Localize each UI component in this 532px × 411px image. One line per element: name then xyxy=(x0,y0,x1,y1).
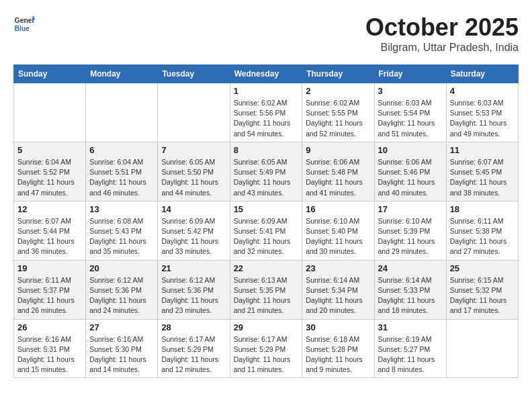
calendar-cell: 22Sunrise: 6:13 AMSunset: 5:35 PMDayligh… xyxy=(230,260,302,319)
calendar-cell: 16Sunrise: 6:10 AMSunset: 5:40 PMDayligh… xyxy=(302,201,374,260)
day-info: Sunrise: 6:17 AMSunset: 5:29 PMDaylight:… xyxy=(234,334,299,375)
calendar-cell: 28Sunrise: 6:17 AMSunset: 5:29 PMDayligh… xyxy=(158,319,230,378)
calendar-cell xyxy=(14,83,86,142)
day-info: Sunrise: 6:17 AMSunset: 5:29 PMDaylight:… xyxy=(161,334,226,375)
day-number: 8 xyxy=(234,145,299,155)
day-info: Sunrise: 6:10 AMSunset: 5:39 PMDaylight:… xyxy=(378,216,443,257)
weekday-header-wednesday: Wednesday xyxy=(230,65,302,83)
calendar-cell xyxy=(86,83,158,142)
weekday-header-sunday: Sunday xyxy=(14,65,86,83)
day-number: 22 xyxy=(234,263,299,273)
weekday-header-friday: Friday xyxy=(374,65,446,83)
day-number: 19 xyxy=(17,263,82,273)
calendar-cell: 10Sunrise: 6:06 AMSunset: 5:46 PMDayligh… xyxy=(374,142,446,201)
day-info: Sunrise: 6:02 AMSunset: 5:56 PMDaylight:… xyxy=(234,98,299,139)
day-number: 16 xyxy=(306,204,370,214)
day-number: 13 xyxy=(89,204,154,214)
day-number: 15 xyxy=(234,204,299,214)
calendar-cell: 29Sunrise: 6:17 AMSunset: 5:29 PMDayligh… xyxy=(230,319,302,378)
page-header: General Blue October 2025 Bilgram, Uttar… xyxy=(13,13,519,54)
calendar-table: SundayMondayTuesdayWednesdayThursdayFrid… xyxy=(13,64,519,378)
calendar-cell: 17Sunrise: 6:10 AMSunset: 5:39 PMDayligh… xyxy=(374,201,446,260)
calendar-cell: 8Sunrise: 6:05 AMSunset: 5:49 PMDaylight… xyxy=(230,142,302,201)
calendar-cell: 30Sunrise: 6:18 AMSunset: 5:28 PMDayligh… xyxy=(302,319,374,378)
calendar-cell: 24Sunrise: 6:14 AMSunset: 5:33 PMDayligh… xyxy=(374,260,446,319)
week-row-2: 5Sunrise: 6:04 AMSunset: 5:52 PMDaylight… xyxy=(14,142,519,201)
weekday-header-tuesday: Tuesday xyxy=(158,65,230,83)
day-number: 18 xyxy=(450,204,515,214)
logo-icon: General Blue xyxy=(13,13,35,35)
day-info: Sunrise: 6:07 AMSunset: 5:44 PMDaylight:… xyxy=(17,216,82,257)
calendar-cell xyxy=(446,319,518,378)
calendar-cell: 26Sunrise: 6:16 AMSunset: 5:31 PMDayligh… xyxy=(14,319,86,378)
day-info: Sunrise: 6:14 AMSunset: 5:34 PMDaylight:… xyxy=(306,275,370,316)
day-number: 17 xyxy=(378,204,443,214)
calendar-cell: 18Sunrise: 6:11 AMSunset: 5:38 PMDayligh… xyxy=(446,201,518,260)
day-info: Sunrise: 6:13 AMSunset: 5:35 PMDaylight:… xyxy=(234,275,299,316)
day-info: Sunrise: 6:19 AMSunset: 5:27 PMDaylight:… xyxy=(378,334,443,375)
day-info: Sunrise: 6:03 AMSunset: 5:54 PMDaylight:… xyxy=(378,98,443,139)
day-number: 7 xyxy=(161,145,226,155)
day-info: Sunrise: 6:02 AMSunset: 5:55 PMDaylight:… xyxy=(306,98,370,139)
day-info: Sunrise: 6:12 AMSunset: 5:36 PMDaylight:… xyxy=(161,275,226,316)
day-info: Sunrise: 6:07 AMSunset: 5:45 PMDaylight:… xyxy=(450,157,515,198)
weekday-header-saturday: Saturday xyxy=(446,65,518,83)
day-info: Sunrise: 6:10 AMSunset: 5:40 PMDaylight:… xyxy=(306,216,370,257)
day-info: Sunrise: 6:09 AMSunset: 5:42 PMDaylight:… xyxy=(161,216,226,257)
calendar-cell: 21Sunrise: 6:12 AMSunset: 5:36 PMDayligh… xyxy=(158,260,230,319)
calendar-cell: 31Sunrise: 6:19 AMSunset: 5:27 PMDayligh… xyxy=(374,319,446,378)
day-info: Sunrise: 6:11 AMSunset: 5:38 PMDaylight:… xyxy=(450,216,515,257)
day-number: 1 xyxy=(234,86,299,96)
calendar-cell: 5Sunrise: 6:04 AMSunset: 5:52 PMDaylight… xyxy=(14,142,86,201)
week-row-5: 26Sunrise: 6:16 AMSunset: 5:31 PMDayligh… xyxy=(14,319,519,378)
day-info: Sunrise: 6:09 AMSunset: 5:41 PMDaylight:… xyxy=(234,216,299,257)
week-row-4: 19Sunrise: 6:11 AMSunset: 5:37 PMDayligh… xyxy=(14,260,519,319)
day-info: Sunrise: 6:06 AMSunset: 5:46 PMDaylight:… xyxy=(378,157,443,198)
day-number: 21 xyxy=(161,263,226,273)
calendar-cell: 11Sunrise: 6:07 AMSunset: 5:45 PMDayligh… xyxy=(446,142,518,201)
day-number: 4 xyxy=(450,86,515,96)
calendar-cell: 19Sunrise: 6:11 AMSunset: 5:37 PMDayligh… xyxy=(14,260,86,319)
svg-text:General: General xyxy=(15,17,35,24)
day-number: 3 xyxy=(378,86,443,96)
calendar-cell: 20Sunrise: 6:12 AMSunset: 5:36 PMDayligh… xyxy=(86,260,158,319)
calendar-cell: 1Sunrise: 6:02 AMSunset: 5:56 PMDaylight… xyxy=(230,83,302,142)
week-row-1: 1Sunrise: 6:02 AMSunset: 5:56 PMDaylight… xyxy=(14,83,519,142)
calendar-cell: 7Sunrise: 6:05 AMSunset: 5:50 PMDaylight… xyxy=(158,142,230,201)
calendar-cell: 27Sunrise: 6:16 AMSunset: 5:30 PMDayligh… xyxy=(86,319,158,378)
day-number: 28 xyxy=(161,322,226,332)
calendar-cell: 13Sunrise: 6:08 AMSunset: 5:43 PMDayligh… xyxy=(86,201,158,260)
weekday-header-monday: Monday xyxy=(86,65,158,83)
day-info: Sunrise: 6:16 AMSunset: 5:31 PMDaylight:… xyxy=(17,334,82,375)
calendar-cell: 15Sunrise: 6:09 AMSunset: 5:41 PMDayligh… xyxy=(230,201,302,260)
weekday-header-row: SundayMondayTuesdayWednesdayThursdayFrid… xyxy=(14,65,519,83)
day-number: 23 xyxy=(306,263,370,273)
day-number: 30 xyxy=(306,322,370,332)
day-info: Sunrise: 6:12 AMSunset: 5:36 PMDaylight:… xyxy=(89,275,154,316)
weekday-header-thursday: Thursday xyxy=(302,65,374,83)
location-subtitle: Bilgram, Uttar Pradesh, India xyxy=(365,42,519,54)
day-info: Sunrise: 6:16 AMSunset: 5:30 PMDaylight:… xyxy=(89,334,154,375)
day-number: 29 xyxy=(234,322,299,332)
day-number: 6 xyxy=(89,145,154,155)
day-number: 27 xyxy=(89,322,154,332)
day-number: 20 xyxy=(89,263,154,273)
svg-text:Blue: Blue xyxy=(15,25,30,32)
day-number: 10 xyxy=(378,145,443,155)
logo: General Blue xyxy=(13,13,35,35)
day-info: Sunrise: 6:03 AMSunset: 5:53 PMDaylight:… xyxy=(450,98,515,139)
calendar-cell: 14Sunrise: 6:09 AMSunset: 5:42 PMDayligh… xyxy=(158,201,230,260)
calendar-cell: 2Sunrise: 6:02 AMSunset: 5:55 PMDaylight… xyxy=(302,83,374,142)
day-number: 11 xyxy=(450,145,515,155)
calendar-cell: 3Sunrise: 6:03 AMSunset: 5:54 PMDaylight… xyxy=(374,83,446,142)
day-info: Sunrise: 6:11 AMSunset: 5:37 PMDaylight:… xyxy=(17,275,82,316)
calendar-cell: 23Sunrise: 6:14 AMSunset: 5:34 PMDayligh… xyxy=(302,260,374,319)
day-number: 25 xyxy=(450,263,515,273)
day-info: Sunrise: 6:05 AMSunset: 5:49 PMDaylight:… xyxy=(234,157,299,198)
day-number: 31 xyxy=(378,322,443,332)
calendar-cell: 9Sunrise: 6:06 AMSunset: 5:48 PMDaylight… xyxy=(302,142,374,201)
day-info: Sunrise: 6:05 AMSunset: 5:50 PMDaylight:… xyxy=(161,157,226,198)
day-info: Sunrise: 6:08 AMSunset: 5:43 PMDaylight:… xyxy=(89,216,154,257)
day-number: 24 xyxy=(378,263,443,273)
day-info: Sunrise: 6:06 AMSunset: 5:48 PMDaylight:… xyxy=(306,157,370,198)
